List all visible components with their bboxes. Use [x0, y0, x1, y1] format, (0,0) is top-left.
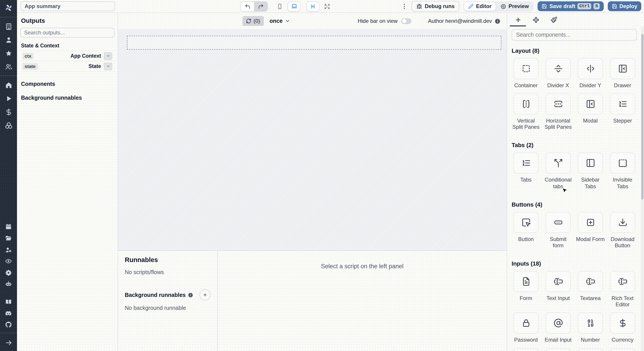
deploy-button[interactable]: Deploy	[608, 1, 641, 11]
info-icon[interactable]	[495, 18, 500, 24]
component-card-box[interactable]	[610, 153, 635, 174]
component-card-textarea[interactable]: Textarea	[576, 271, 605, 308]
component-card-conditional-tabs[interactable]: Conditional tabs	[544, 153, 572, 190]
component-card-box[interactable]	[546, 212, 571, 233]
component-card-file-input[interactable]: File Input	[608, 348, 637, 351]
redo-button[interactable]	[254, 2, 268, 11]
component-card-sidebar-tabs[interactable]: Sidebar Tabs	[576, 153, 605, 190]
gear-icon[interactable]	[5, 269, 12, 276]
component-card-form[interactable]: Form	[512, 271, 540, 308]
mobile-view-button[interactable]	[274, 2, 286, 11]
preview-mode-button[interactable]: Preview	[496, 2, 533, 10]
component-card-box[interactable]	[610, 313, 635, 334]
component-card-box[interactable]	[546, 58, 571, 79]
home-icon[interactable]	[5, 81, 12, 89]
book-open-icon[interactable]	[5, 298, 12, 306]
component-card-box[interactable]	[514, 348, 538, 351]
component-card-vertical-split-panes[interactable]: Vertical Split Panes	[512, 94, 540, 130]
palette-tab-plus[interactable]	[509, 13, 527, 26]
palette-tab-paintbrush[interactable]	[545, 13, 562, 26]
undo-button[interactable]	[240, 2, 254, 11]
scrollbar-track[interactable]	[641, 26, 644, 351]
discord-icon[interactable]	[5, 310, 12, 317]
component-card-rich-text-editor[interactable]: Rich Text Editor	[608, 271, 637, 308]
building-icon[interactable]	[5, 22, 12, 30]
component-card-modal-form[interactable]: Modal Form	[576, 212, 605, 249]
component-card-box[interactable]	[514, 212, 538, 233]
component-card-box[interactable]	[610, 94, 635, 114]
github-icon[interactable]	[5, 321, 12, 328]
component-card-container[interactable]: Container	[512, 58, 540, 88]
expand-sidebar-arrow-right-icon[interactable]	[5, 339, 12, 346]
folder-icon[interactable]	[5, 235, 12, 242]
component-card-box[interactable]	[610, 271, 635, 292]
save-draft-button[interactable]: Save draft Ctrl S	[538, 1, 604, 11]
component-card-email-input[interactable]: Email Input	[544, 313, 572, 343]
component-card-tabs[interactable]: Tabs	[512, 153, 540, 190]
star-icon[interactable]	[5, 50, 12, 57]
search-components-input[interactable]	[512, 29, 637, 41]
calendar-icon[interactable]	[5, 223, 12, 230]
app-canvas[interactable]	[118, 29, 507, 250]
component-card-horizontal-split-panes[interactable]: Horizontal Split Panes	[544, 94, 572, 130]
bot-icon[interactable]	[5, 280, 12, 288]
desktop-view-button[interactable]	[288, 1, 300, 12]
component-card-range[interactable]: Range	[544, 348, 572, 351]
component-card-box[interactable]	[578, 313, 603, 334]
component-card-box[interactable]	[578, 212, 603, 233]
component-card-currency[interactable]: Currency	[608, 313, 637, 343]
palette-tab-component[interactable]	[527, 13, 545, 26]
component-card-button[interactable]: Button	[512, 212, 540, 249]
component-card-password[interactable]: Password	[512, 313, 540, 343]
user-icon[interactable]	[5, 36, 12, 44]
component-card-box[interactable]	[578, 271, 603, 292]
component-card-box[interactable]	[514, 58, 538, 79]
state-context-row-state[interactable]: stateState	[20, 61, 114, 72]
component-card-box[interactable]	[546, 94, 571, 114]
recurrence-dropdown[interactable]: once	[270, 18, 290, 24]
scrollbar-thumb[interactable]	[641, 34, 644, 200]
empty-grid-dropzone[interactable]	[127, 36, 501, 50]
component-card-divider-x[interactable]: Divider X	[544, 58, 572, 88]
component-card-box[interactable]	[546, 313, 571, 334]
component-card-modal[interactable]: Modal	[576, 94, 605, 130]
editor-mode-button[interactable]: Editor	[464, 2, 496, 10]
component-card-box[interactable]	[514, 94, 538, 114]
component-card-box[interactable]	[610, 58, 635, 79]
play-icon[interactable]	[5, 94, 12, 102]
expand-row-chevron-button[interactable]	[104, 52, 112, 60]
component-card-submit-form[interactable]: Submit form	[544, 212, 572, 249]
component-card-box[interactable]	[546, 348, 571, 351]
component-card-drawer[interactable]: Drawer	[608, 58, 637, 88]
windmill-logo-icon[interactable]	[4, 3, 13, 12]
component-card-box[interactable]	[578, 348, 603, 351]
center-canvas-button[interactable]	[306, 1, 319, 12]
refresh-count-button[interactable]: (0)	[242, 16, 264, 26]
search-outputs-input[interactable]	[20, 28, 114, 38]
component-card-slider[interactable]: Slider	[512, 348, 540, 351]
component-card-box[interactable]	[578, 94, 603, 114]
dollar-icon[interactable]	[5, 108, 12, 116]
add-background-runnable-button[interactable]	[200, 289, 211, 300]
component-card-box[interactable]	[514, 271, 538, 292]
component-card-box[interactable]	[578, 153, 603, 174]
component-card-stepper[interactable]: Stepper	[608, 94, 637, 130]
component-card-divider-y[interactable]: Divider Y	[576, 58, 605, 88]
info-icon[interactable]	[188, 292, 193, 298]
hide-bar-toggle[interactable]	[401, 18, 412, 24]
state-context-row-ctx[interactable]: ctxApp Context	[20, 50, 114, 61]
component-card-box[interactable]	[546, 153, 571, 174]
component-card-number[interactable]: Number	[576, 313, 605, 343]
component-card-box[interactable]	[514, 153, 538, 174]
component-card-text-input[interactable]: Text Input	[544, 271, 572, 308]
component-card-box[interactable]	[610, 348, 635, 351]
user-cog-icon[interactable]	[5, 246, 12, 253]
debug-runs-button[interactable]: Debug runs	[411, 1, 459, 12]
component-card-box[interactable]	[514, 313, 538, 334]
component-card-box[interactable]	[546, 271, 571, 292]
more-menu-kebab-icon[interactable]	[401, 3, 407, 10]
component-card-invisible-tabs[interactable]: Invisible Tabs	[608, 153, 637, 190]
users-icon[interactable]	[5, 63, 12, 70]
eye-icon[interactable]	[5, 258, 12, 265]
boxes-icon[interactable]	[5, 122, 12, 129]
